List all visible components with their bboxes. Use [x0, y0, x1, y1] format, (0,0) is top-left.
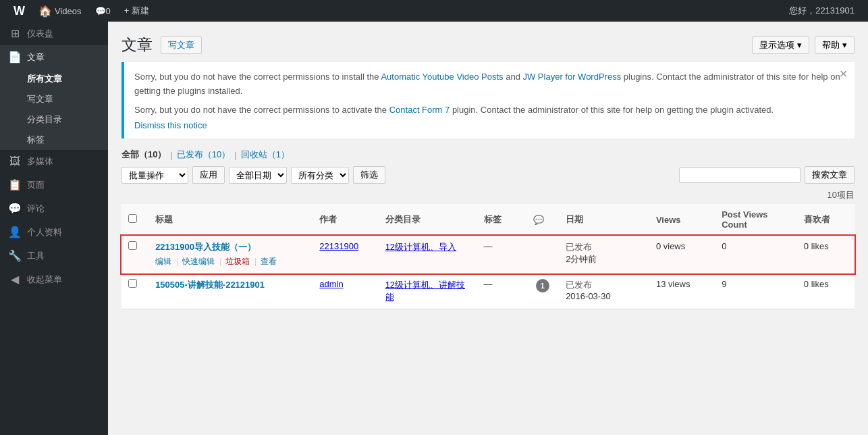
add-new-post-button[interactable]: 写文章: [161, 36, 202, 54]
new-content-link[interactable]: + 新建: [117, 0, 156, 22]
notice-link-jwplayer[interactable]: JW Player for WordPress: [522, 72, 621, 82]
row2-author-cell: admin: [313, 274, 378, 309]
row1-actions: 编辑 | 快速编辑 | 垃圾箱 | 查看: [155, 256, 306, 267]
filter-trash-link[interactable]: 回收站（1）: [241, 149, 290, 161]
row1-checkbox[interactable]: [128, 241, 137, 250]
row2-checkbox[interactable]: [128, 279, 137, 288]
row2-date-cell: 已发布 2016-03-30: [559, 274, 649, 309]
row2-comment-badge: 1: [536, 279, 549, 292]
filter-all-link[interactable]: 全部（10）: [121, 149, 166, 161]
comments-sidebar-icon: 💬: [8, 202, 22, 215]
filter-published[interactable]: 已发布（10）: [177, 149, 230, 161]
category-filter-select[interactable]: 所有分类: [291, 167, 349, 184]
col-header-title[interactable]: 标题: [148, 204, 313, 236]
sidebar-subitem-all-posts[interactable]: 所有文章: [0, 69, 108, 89]
sidebar-item-pages[interactable]: 📋 页面: [0, 173, 108, 197]
dismiss-notice-link[interactable]: Dismiss this notice: [134, 120, 207, 130]
tools-icon: 🔧: [8, 249, 22, 262]
row1-title-link[interactable]: 22131900导入技能（一）: [155, 242, 256, 252]
row1-comments-cell: [526, 236, 560, 274]
table-row: 22131900导入技能（一） 编辑 | 快速编辑 | 垃圾箱 | 查看 221…: [121, 236, 855, 274]
posts-icon: 📄: [8, 51, 22, 63]
comment-icon: 💬: [95, 6, 106, 16]
tablenav-right: 搜索文章: [679, 166, 855, 184]
bulk-action-select[interactable]: 批量操作 编辑 移至回收站: [121, 167, 188, 184]
filter-trash[interactable]: 回收站（1）: [241, 149, 290, 161]
row1-edit-link[interactable]: 编辑: [155, 257, 171, 266]
row1-views-cell: 0 views: [649, 236, 715, 274]
row1-trash-link[interactable]: 垃圾箱: [225, 257, 250, 266]
notice-close-button[interactable]: ✕: [839, 69, 848, 80]
col-header-tags: 标签: [477, 204, 526, 236]
row1-quick-edit-link[interactable]: 快速编辑: [182, 257, 215, 266]
item-count: 10项目: [121, 189, 855, 201]
filter-all[interactable]: 全部（10）: [121, 149, 166, 161]
sidebar-item-dashboard[interactable]: ⊞ 仪表盘: [0, 22, 108, 45]
select-all-checkbox[interactable]: [128, 214, 137, 223]
col-header-categories: 分类目录: [379, 204, 477, 236]
date-filter-select[interactable]: 全部日期: [229, 167, 287, 184]
dashboard-icon: ⊞: [8, 27, 22, 40]
row1-title-cell: 22131900导入技能（一） 编辑 | 快速编辑 | 垃圾箱 | 查看: [148, 236, 313, 274]
sidebar-item-media[interactable]: 🖼 多媒体: [0, 150, 108, 173]
sidebar-subitem-tags[interactable]: 标签: [0, 130, 108, 150]
row2-checkbox-cell: [121, 274, 148, 309]
page-header: 文章 写文章 显示选项 ▾ 帮助 ▾: [121, 35, 855, 55]
sidebar-subitem-categories[interactable]: 分类目录: [0, 109, 108, 130]
sidebar-item-tools[interactable]: 🔧 工具: [0, 244, 108, 267]
sidebar-item-comments[interactable]: 💬 评论: [0, 197, 108, 220]
admin-bar-right: 您好，22131901: [782, 5, 861, 17]
row2-title-link[interactable]: 150505-讲解技能-22121901: [155, 280, 265, 290]
col-header-date[interactable]: 日期: [559, 204, 649, 236]
notice-link-youtube[interactable]: Automatic Youtube Video Posts: [381, 72, 503, 82]
sidebar-item-collapse[interactable]: ◀ 收起菜单: [0, 267, 108, 291]
table-header-row: 标题 作者 分类目录 标签 💬 日期 Views Post ViewsCount…: [121, 204, 855, 236]
main-content: 文章 写文章 显示选项 ▾ 帮助 ▾ ✕ S: [108, 22, 868, 435]
sidebar-item-posts[interactable]: 📄 文章: [0, 45, 108, 69]
comments-link[interactable]: 💬 0: [88, 0, 117, 22]
chevron-down-icon: ▾: [797, 40, 802, 50]
col-header-views: Views: [649, 204, 715, 236]
wp-logo[interactable]: W: [7, 0, 32, 22]
sidebar-item-profile[interactable]: 👤 个人资料: [0, 220, 108, 244]
row2-title-cell: 150505-讲解技能-22121901: [148, 274, 313, 309]
notice-line1: Sorry, but you do not have the correct p…: [134, 70, 844, 99]
col-header-likes: 喜欢者: [797, 204, 855, 236]
row2-pvc-cell: 9: [715, 274, 797, 309]
sidebar-menu: ⊞ 仪表盘 📄 文章 所有文章 写文章 分类目录 标签 🖼 多媒体 📋 页面: [0, 22, 108, 291]
row1-categories-cell: 12级计算机、导入: [379, 236, 477, 274]
row1-author-link[interactable]: 22131900: [319, 241, 358, 251]
page-title-area: 文章 写文章: [121, 35, 202, 55]
post-filter-tabs: 全部（10） | 已发布（10） | 回收站（1）: [121, 149, 855, 161]
row2-author-link[interactable]: admin: [319, 279, 343, 289]
sidebar-subitem-write-post[interactable]: 写文章: [0, 89, 108, 109]
notice-link-contactform[interactable]: Contact Form 7: [389, 105, 450, 115]
col-header-pvc: Post ViewsCount: [715, 204, 797, 236]
row1-view-link[interactable]: 查看: [261, 257, 277, 266]
pages-icon: 📋: [8, 178, 22, 191]
row2-tags-cell: —: [477, 274, 526, 309]
site-name[interactable]: 🏠 Videos: [32, 0, 88, 22]
row1-category-link[interactable]: 12级计算机、导入: [385, 242, 456, 252]
search-button[interactable]: 搜索文章: [805, 166, 855, 184]
row2-category-link[interactable]: 12级计算机、讲解技能: [385, 280, 465, 302]
col-header-comments: 💬: [526, 204, 560, 236]
apply-button[interactable]: 应用: [192, 166, 225, 184]
notice-box: ✕ Sorry, but you do not have the correct…: [121, 62, 855, 138]
filter-button[interactable]: 筛选: [353, 166, 385, 184]
help-button[interactable]: 帮助 ▾: [815, 36, 855, 54]
search-box: 搜索文章: [679, 166, 855, 184]
posts-table: 标题 作者 分类目录 标签 💬 日期 Views Post ViewsCount…: [121, 204, 855, 309]
notice-line2: Sorry, but you do not have the correct p…: [134, 103, 844, 118]
table-row: 150505-讲解技能-22121901 admin 12级计算机、讲解技能 —…: [121, 274, 855, 309]
row2-views-cell: 13 views: [649, 274, 715, 309]
media-icon: 🖼: [8, 155, 22, 168]
row1-likes-cell: 0 likes: [797, 236, 855, 274]
filter-published-link[interactable]: 已发布（10）: [177, 149, 230, 161]
screen-options-button[interactable]: 显示选项 ▾: [752, 36, 809, 54]
row1-author-cell: 22131900: [313, 236, 378, 274]
col-header-checkbox: [121, 204, 148, 236]
search-input[interactable]: [679, 168, 801, 183]
sidebar: ⊞ 仪表盘 📄 文章 所有文章 写文章 分类目录 标签 🖼 多媒体 📋 页面: [0, 22, 108, 435]
page-title: 文章: [121, 35, 153, 55]
